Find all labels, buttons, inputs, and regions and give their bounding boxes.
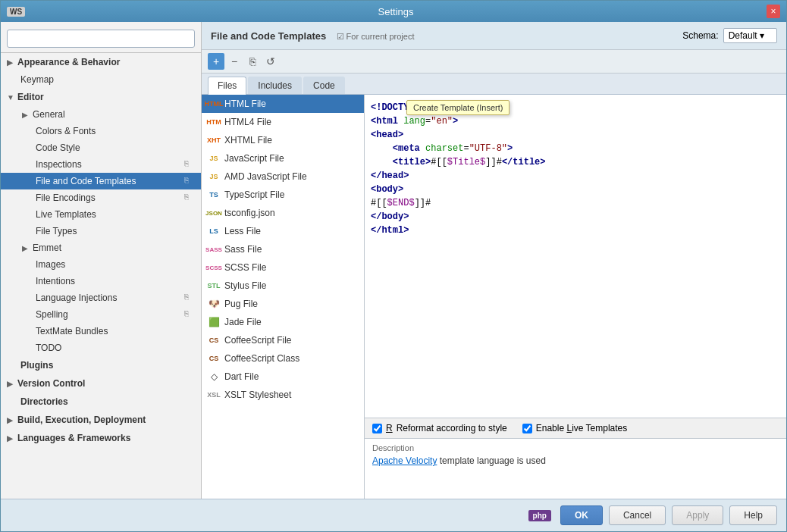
xhtml-file-icon: XHT [208, 134, 220, 146]
code-line-3: <head> [371, 128, 780, 142]
add-template-button[interactable]: + [208, 53, 224, 70]
sidebar-item-appearance[interactable]: ▶ Appearance & Behavior [1, 53, 201, 71]
sidebar-item-textmate[interactable]: TextMate Bundles [1, 323, 201, 340]
close-button[interactable]: × [767, 5, 780, 18]
titlebar: WS Settings × [1, 1, 786, 22]
sidebar-item-inspections[interactable]: Inspections ⎘ [1, 156, 201, 173]
sidebar-item-todo[interactable]: TODO [1, 340, 201, 356]
xslt-file-icon: XSL [208, 389, 220, 401]
html4-file-icon: HTM [208, 116, 220, 128]
code-editor[interactable]: <!DOCTYPE html> <html lang="en"> <head> … [365, 95, 786, 418]
toolbar-wrapper: + − ⎘ ↺ Create Template (Insert) [202, 50, 786, 74]
code-line-9: </body> [371, 210, 780, 224]
file-item-tsconfig[interactable]: JSON tsconfig.json [202, 204, 364, 222]
schema-dropdown[interactable]: Default ▾ [723, 28, 777, 43]
copy-template-button[interactable]: ⎘ [244, 53, 261, 70]
pug-file-icon: 🐶 [208, 298, 220, 310]
sidebar: ▶ Appearance & Behavior Keymap ▼ Editor … [1, 22, 202, 499]
copy-icon4: ⎘ [184, 309, 195, 320]
file-item-coffeescript[interactable]: CS CoffeeScript File [202, 331, 364, 349]
sidebar-item-directories[interactable]: Directories [1, 393, 201, 411]
sidebar-item-languages[interactable]: ▶ Languages & Frameworks [1, 429, 201, 447]
content-area: File and Code Templates ☑ For current pr… [202, 22, 786, 499]
coffee-file-icon: CS [208, 334, 220, 346]
file-item-amd[interactable]: JS AMD JavaScript File [202, 167, 364, 186]
arrow-lang-icon: ▶ [7, 434, 14, 443]
js-file-icon: JS [208, 152, 220, 164]
reset-template-button[interactable]: ↺ [262, 53, 279, 70]
sidebar-item-file-encodings[interactable]: File Encodings ⎘ [1, 189, 201, 206]
sidebar-item-spelling[interactable]: Spelling ⎘ [1, 306, 201, 323]
schema-area: Schema: Default ▾ [682, 28, 777, 43]
code-line-6: </head> [371, 169, 780, 183]
file-item-jade[interactable]: 🟩 Jade File [202, 313, 364, 331]
live-templates-checkbox-label[interactable]: Enable Live Templates [522, 423, 628, 433]
arrow-emmet-icon: ▶ [22, 244, 30, 252]
file-item-less[interactable]: LS Less File [202, 222, 364, 240]
tab-includes[interactable]: Includes [248, 77, 302, 94]
file-item-sass[interactable]: SASS Sass File [202, 240, 364, 258]
sidebar-item-build[interactable]: ▶ Build, Execution, Deployment [1, 411, 201, 429]
sidebar-item-file-code-templates[interactable]: File and Code Templates ⎘ [1, 173, 201, 189]
apply-button[interactable]: Apply [672, 505, 723, 525]
settings-window: WS Settings × ▶ Appearance & Behavior Ke… [0, 0, 787, 532]
reformat-checkbox-label[interactable]: RReformat according to style [372, 423, 507, 433]
file-item-javascript[interactable]: JS JavaScript File [202, 149, 364, 167]
dart-file-icon: ◇ [208, 371, 220, 383]
sidebar-item-images[interactable]: Images [1, 256, 201, 273]
file-item-html4[interactable]: HTM HTML4 File [202, 113, 364, 131]
arrow-build-icon: ▶ [7, 416, 14, 424]
cancel-button[interactable]: Cancel [609, 505, 666, 525]
template-body: HTML HTML File HTM HTML4 File XHT XHTML … [202, 95, 786, 499]
description-area: Description Apache Velocity template lan… [365, 438, 786, 499]
code-line-5: <title>#[[$Title$]]#</title> [371, 155, 780, 169]
sidebar-item-plugins[interactable]: Plugins [1, 356, 201, 374]
sidebar-item-general[interactable]: ▶ General [1, 106, 201, 123]
file-item-typescript[interactable]: TS TypeScript File [202, 186, 364, 204]
window-title: Settings [25, 6, 767, 17]
sidebar-item-file-types[interactable]: File Types [1, 223, 201, 239]
file-item-coffeescript-class[interactable]: CS CoffeeScript Class [202, 349, 364, 368]
reformat-checkbox[interactable] [372, 424, 382, 433]
file-item-xhtml[interactable]: XHT XHTML File [202, 131, 364, 149]
sidebar-item-intentions[interactable]: Intentions [1, 273, 201, 289]
sidebar-item-editor[interactable]: ▼ Editor [1, 88, 201, 106]
code-line-7: <body> [371, 183, 780, 196]
file-item-dart[interactable]: ◇ Dart File [202, 368, 364, 386]
sidebar-item-emmet[interactable]: ▶ Emmet [1, 239, 201, 256]
sidebar-item-code-style[interactable]: Code Style [1, 139, 201, 156]
tab-files[interactable]: Files [208, 77, 246, 95]
arrow-vc-icon: ▶ [7, 380, 14, 388]
tooltip-create-template: Create Template (Insert) [406, 100, 510, 115]
remove-template-button[interactable]: − [226, 53, 243, 70]
help-button[interactable]: Help [729, 505, 777, 525]
tab-code[interactable]: Code [303, 77, 345, 94]
live-templates-checkbox[interactable] [522, 424, 532, 433]
php-badge: php [528, 510, 551, 521]
description-label: Description [372, 443, 779, 452]
copy-icon3: ⎘ [184, 293, 195, 303]
copy-icon2: ⎘ [184, 192, 195, 203]
amd-file-icon: JS [208, 171, 220, 183]
sass-file-icon: SASS [208, 243, 220, 255]
bottom-bar: php OK Cancel Apply Help [1, 499, 786, 531]
main-body: ▶ Appearance & Behavior Keymap ▼ Editor … [1, 22, 786, 499]
code-line-10: </html> [371, 224, 780, 237]
ws-badge: WS [7, 7, 25, 17]
scss-file-icon: SCSS [208, 261, 220, 274]
tabs-row: Files Includes Code [202, 74, 786, 95]
sidebar-item-colors-fonts[interactable]: Colors & Fonts [1, 123, 201, 139]
file-item-html[interactable]: HTML HTML File [202, 95, 364, 113]
sidebar-item-language-injections[interactable]: Language Injections ⎘ [1, 289, 201, 306]
file-item-scss[interactable]: SCSS SCSS File [202, 258, 364, 277]
file-item-xslt[interactable]: XSL XSLT Stylesheet [202, 386, 364, 404]
sidebar-item-version-control[interactable]: ▶ Version Control [1, 374, 201, 393]
ok-button[interactable]: OK [560, 505, 603, 525]
file-item-stylus[interactable]: STL Stylus File [202, 277, 364, 295]
file-item-pug[interactable]: 🐶 Pug File [202, 295, 364, 313]
search-input[interactable] [7, 30, 195, 48]
code-editor-area: <!DOCTYPE html> <html lang="en"> <head> … [365, 95, 786, 499]
sidebar-item-keymap[interactable]: Keymap [1, 71, 201, 88]
apache-velocity-link[interactable]: Apache Velocity [372, 455, 437, 466]
sidebar-item-live-templates[interactable]: Live Templates [1, 206, 201, 223]
